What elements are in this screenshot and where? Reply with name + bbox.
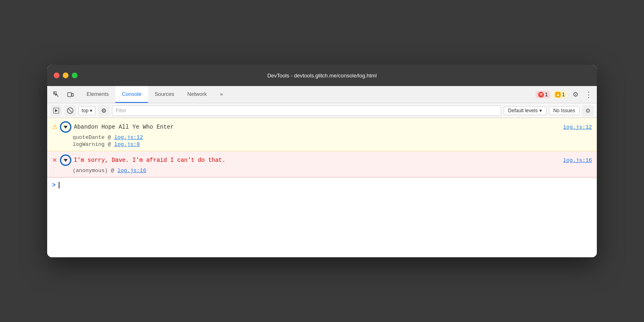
warning-source-link[interactable]: log.js:12: [563, 124, 592, 130]
svg-rect-2: [72, 93, 73, 96]
tab-sources[interactable]: Sources: [148, 86, 181, 103]
error-badge[interactable]: ✕ 1: [536, 91, 550, 98]
error-stack-link-1[interactable]: log.js:16: [117, 168, 146, 174]
error-stack-line-1: (anonymous) @ log.js:16: [73, 168, 592, 174]
minimize-button[interactable]: [63, 73, 69, 78]
svg-marker-4: [55, 109, 58, 112]
error-stack-trace: (anonymous) @ log.js:16: [52, 168, 592, 174]
stack-line-1: quoteDante @ log.js:12: [73, 134, 592, 141]
error-count: 1: [545, 92, 548, 98]
warning-count: 1: [562, 92, 565, 98]
svg-rect-1: [68, 93, 71, 97]
close-button[interactable]: [54, 73, 59, 78]
context-label: top: [82, 108, 89, 113]
tab-elements[interactable]: Elements: [80, 86, 115, 103]
console-toolbar: top ▾ Default levels ▾ No Issues ⚙: [47, 103, 597, 118]
warning-triangle-icon: ⚠: [52, 123, 57, 131]
warning-message: Abandon Hope All Ye Who Enter: [74, 124, 561, 130]
stack-link-2[interactable]: log.js:8: [114, 141, 139, 147]
warning-entry-header: ⚠ Abandon Hope All Ye Who Enter log.js:1…: [52, 121, 592, 133]
warning-badge[interactable]: ▲ 1: [553, 91, 567, 98]
stack-line-2: logWarning @ log.js:8: [73, 141, 592, 147]
tab-bar-tools: [50, 86, 77, 103]
filter-input[interactable]: [112, 105, 501, 116]
warning-badge-icon: ▲: [555, 92, 561, 98]
error-entry: ✕ I'm sorry, Dave. I'm afraid I can't do…: [47, 151, 597, 177]
input-cursor[interactable]: [59, 182, 59, 188]
run-snippets-button[interactable]: [50, 105, 62, 116]
error-message: I'm sorry, Dave. I'm afraid I can't do t…: [74, 157, 561, 163]
context-selector[interactable]: top ▾: [78, 106, 96, 115]
default-levels-label: Default levels: [508, 108, 538, 113]
error-expand-arrow-icon: [64, 159, 68, 162]
warning-expand-button[interactable]: [60, 121, 71, 133]
more-button[interactable]: ⋮: [584, 89, 594, 100]
default-levels-button[interactable]: Default levels ▾: [504, 106, 546, 115]
context-dropdown-icon: ▾: [90, 108, 92, 113]
no-issues-button[interactable]: No Issues: [549, 106, 580, 115]
title-bar: DevTools - devtools.glitch.me/console/lo…: [47, 65, 597, 86]
error-source-link[interactable]: log.js:16: [563, 157, 592, 163]
tab-bar-right: ✕ 1 ▲ 1 ⚙ ⋮: [536, 86, 594, 103]
error-circle-icon: ✕: [52, 156, 57, 164]
tab-console[interactable]: Console: [115, 86, 148, 103]
window-title: DevTools - devtools.glitch.me/console/lo…: [267, 73, 377, 79]
stack-link-1[interactable]: log.js:12: [114, 134, 143, 141]
traffic-lights: [54, 73, 78, 78]
input-prompt: >: [52, 182, 55, 188]
clear-console-button[interactable]: [64, 105, 76, 116]
hide-network-messages-button[interactable]: [98, 105, 110, 116]
warning-entry: ⚠ Abandon Hope All Ye Who Enter log.js:1…: [47, 118, 597, 151]
tab-more[interactable]: »: [213, 86, 229, 103]
device-toggle-button[interactable]: [64, 88, 77, 101]
no-issues-label: No Issues: [553, 108, 575, 113]
warning-expand-arrow-icon: [64, 126, 68, 129]
svg-point-9: [103, 110, 104, 111]
settings-button[interactable]: ⚙: [570, 89, 581, 100]
inspect-element-button[interactable]: [50, 88, 63, 101]
maximize-button[interactable]: [72, 73, 78, 78]
error-entry-header: ✕ I'm sorry, Dave. I'm afraid I can't do…: [52, 154, 592, 166]
console-settings-button[interactable]: ⚙: [582, 105, 594, 116]
tab-network[interactable]: Network: [181, 86, 214, 103]
error-expand-button[interactable]: [60, 154, 71, 166]
devtools-window: DevTools - devtools.glitch.me/console/lo…: [47, 65, 597, 257]
default-levels-dropdown-icon: ▾: [539, 108, 542, 113]
console-input-area: >: [47, 177, 597, 193]
stack-fn-2: logWarning @: [73, 141, 114, 147]
error-badge-icon: ✕: [538, 92, 544, 98]
warning-stack-trace: quoteDante @ log.js:12 logWarning @ log.…: [52, 134, 592, 147]
console-content: ⚠ Abandon Hope All Ye Who Enter log.js:1…: [47, 118, 597, 257]
svg-line-6: [69, 109, 72, 112]
error-stack-fn-1: (anonymous) @: [73, 168, 117, 174]
stack-fn-1: quoteDante @: [73, 134, 114, 141]
tab-bar: Elements Console Sources Network » ✕ 1 ▲…: [47, 86, 597, 103]
